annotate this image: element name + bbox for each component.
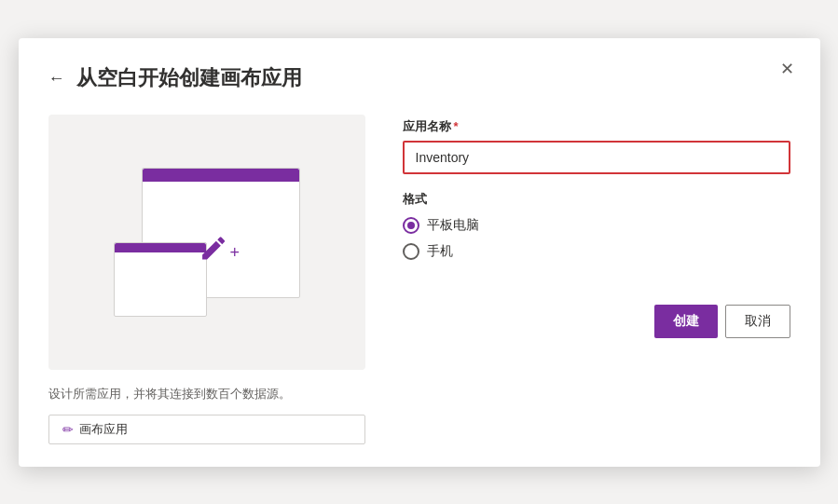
pencil-plus-icon: + xyxy=(199,233,240,263)
create-button[interactable]: 创建 xyxy=(654,305,718,338)
back-button[interactable]: ← xyxy=(48,70,65,87)
preview-area: + xyxy=(48,115,365,371)
cancel-button[interactable]: 取消 xyxy=(725,305,790,338)
tablet-radio-circle[interactable] xyxy=(403,217,419,234)
required-star: * xyxy=(454,119,459,133)
tablet-radio-label: 平板电脑 xyxy=(427,217,479,234)
phone-radio-circle[interactable] xyxy=(403,243,419,260)
description-text: 设计所需应用，并将其连接到数百个数据源。 xyxy=(48,385,365,403)
mockup-small xyxy=(114,242,207,317)
dialog-body: + 设计所需应用，并将其连接到数百个数据源。 ✏ 画布应用 应用名称* 格式 平… xyxy=(48,115,790,444)
dialog-footer: 创建 取消 xyxy=(403,290,790,338)
app-name-input[interactable] xyxy=(403,141,790,174)
mockup-small-header xyxy=(115,243,206,252)
dialog: ← 从空白开始创建画布应用 ✕ + xyxy=(19,38,820,467)
format-label: 格式 xyxy=(403,191,790,208)
mockup-tablet-header xyxy=(143,169,299,182)
phone-radio-item[interactable]: 手机 xyxy=(403,243,790,260)
left-panel: + 设计所需应用，并将其连接到数百个数据源。 ✏ 画布应用 xyxy=(48,115,365,444)
right-panel: 应用名称* 格式 平板电脑 手机 创建 取消 xyxy=(403,115,790,444)
canvas-app-button[interactable]: ✏ 画布应用 xyxy=(48,415,365,444)
app-name-label: 应用名称* xyxy=(403,118,790,135)
phone-radio-label: 手机 xyxy=(427,243,453,260)
pencil-icon xyxy=(199,233,228,263)
tablet-radio-item[interactable]: 平板电脑 xyxy=(403,217,790,234)
close-button[interactable]: ✕ xyxy=(780,61,794,77)
canvas-app-label: 画布应用 xyxy=(79,421,128,438)
dialog-title: 从空白开始创建画布应用 xyxy=(76,64,790,92)
preview-mockup: + xyxy=(114,168,300,317)
dialog-header: ← 从空白开始创建画布应用 ✕ xyxy=(48,64,790,92)
pencil-small-icon: ✏ xyxy=(62,422,74,437)
plus-symbol: + xyxy=(230,244,240,261)
format-radio-group: 平板电脑 手机 xyxy=(403,217,790,260)
